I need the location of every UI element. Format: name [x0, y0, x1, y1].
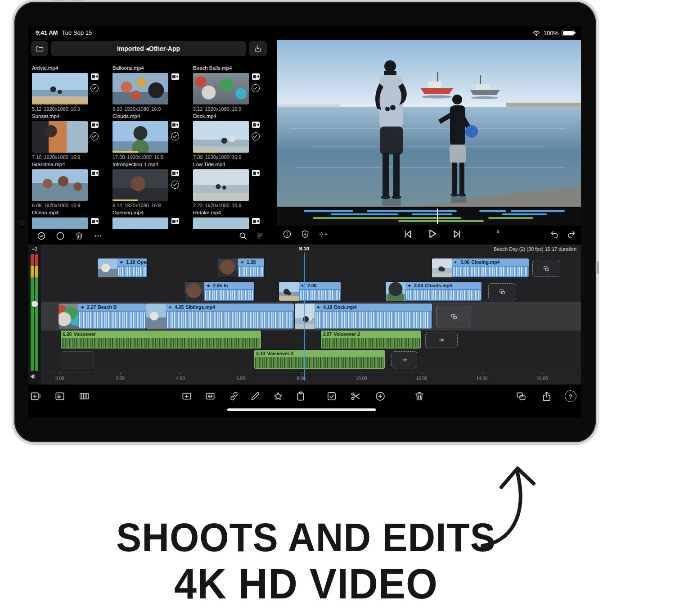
timeline-clip[interactable]: 2.00: [279, 282, 341, 301]
library-title[interactable]: Imported ◂Other-App: [51, 41, 246, 56]
edit-clip-button[interactable]: [249, 390, 261, 402]
plus-circle-icon: [374, 390, 386, 402]
library-clip[interactable]: Arrival.mp4 5.121920x108016:9: [32, 65, 110, 113]
search-icon: [238, 231, 248, 241]
clip-thumbnail: [432, 258, 452, 277]
volume-down-button[interactable]: [70, 0, 84, 0]
timeline-audio-clip[interactable]: 3.07Voiceover-2: [321, 331, 421, 349]
timeline-clip[interactable]: 4.19Dock.mp4: [295, 303, 432, 329]
library-clip[interactable]: Dock.mp4 7.091920x108016:9: [193, 113, 271, 162]
library-clip[interactable]: Beach Balls.mp4 3.121920x108016:9: [193, 65, 271, 113]
clip-info: 17.001920x108016:9: [112, 154, 191, 160]
home-indicator[interactable]: [227, 408, 376, 411]
wifi-icon: [532, 29, 540, 37]
video-preview[interactable]: [277, 40, 581, 207]
meter-bar-right: [35, 254, 38, 371]
record-circle-icon: [55, 231, 65, 241]
add-button[interactable]: [374, 390, 386, 402]
timeline-playhead[interactable]: [304, 253, 305, 380]
mute-speaker-button[interactable]: [29, 372, 37, 380]
audio-transition-placeholder[interactable]: [392, 351, 417, 368]
add-track-icon: [30, 390, 41, 402]
clip-info: 6.091920x108016:9: [32, 203, 110, 208]
clipboard-button[interactable]: [295, 390, 306, 402]
add-clip-to-timeline-button[interactable]: [30, 390, 41, 402]
transition-placeholder[interactable]: [436, 306, 471, 327]
clip-check-icon: [171, 181, 179, 189]
timeline-clip[interactable]: 3.06Closing.mp4: [432, 258, 529, 277]
multi-select-button[interactable]: [36, 231, 46, 241]
clip-thumbnail: [32, 169, 88, 201]
timeline-audio-clip[interactable]: 4.13Voiceover-3: [254, 350, 385, 369]
skip-back-icon: [402, 228, 414, 240]
scrubber-segment: [502, 213, 547, 215]
ruler-label: 4.00: [176, 376, 184, 381]
library-clip[interactable]: Sunset.mp4 7.101920x108016:9: [32, 113, 110, 162]
caption-line-1: SHOOTS AND EDITS: [32, 517, 580, 559]
volume-up-button[interactable]: [52, 0, 66, 0]
timeline-clip[interactable]: 1.19Open: [98, 258, 147, 277]
clip-thumbnail: [193, 73, 249, 104]
timeline-clip[interactable]: 4.25Siblings.mp4: [146, 303, 294, 329]
play-button[interactable]: [426, 227, 438, 240]
timeline-audio-clip[interactable]: 6.20Voiceover: [61, 331, 261, 349]
video-media-icon: [91, 73, 99, 80]
pencil-icon: [249, 390, 261, 402]
skip-forward-button[interactable]: [451, 228, 463, 240]
split-clip-button[interactable]: [350, 390, 361, 402]
scrubber-segment: [331, 213, 398, 215]
timeline-clip[interactable]: 1.28: [218, 258, 264, 277]
skip-forward-icon: [451, 228, 463, 240]
timeline-clip[interactable]: 2.05In: [184, 282, 254, 301]
speaker-icon: [29, 372, 37, 380]
more-options-button[interactable]: [93, 231, 103, 241]
skip-back-button[interactable]: [402, 228, 414, 240]
delete-button[interactable]: [414, 390, 425, 402]
overwrite-clip-button[interactable]: [204, 390, 216, 402]
audio-config-button[interactable]: [318, 229, 328, 239]
audio-placeholder[interactable]: [61, 351, 94, 368]
library-clip[interactable]: Ocean.mp4: [32, 210, 110, 229]
library-clip[interactable]: Grandma.mp4 6.091920x108016:9: [32, 162, 110, 210]
preview-scrubber[interactable]: [277, 208, 581, 226]
library-clip[interactable]: Introspection-1.mp4 6.141920x108016:9: [112, 162, 191, 210]
clip-thumbnail: [279, 282, 299, 301]
redo-button[interactable]: [567, 229, 576, 239]
library-clip[interactable]: Retake.mp4: [193, 210, 271, 229]
record-button[interactable]: [55, 231, 65, 241]
scrubber-playhead[interactable]: [437, 208, 438, 224]
timeline-zoom-button[interactable]: [78, 390, 90, 402]
timeline-clip[interactable]: 2.27Beach B: [58, 303, 146, 329]
add-marker-button[interactable]: [300, 229, 310, 239]
delete-clip-button[interactable]: [74, 231, 84, 241]
clip-info-button[interactable]: [282, 229, 292, 239]
clip-details-button[interactable]: [54, 390, 66, 402]
volume-slider-knob[interactable]: [32, 301, 38, 307]
library-clip[interactable]: Low Tide.mp4 2.221920x108016:9: [193, 162, 271, 210]
help-settings-button[interactable]: ?: [565, 390, 576, 402]
clip-thumbnail: [112, 217, 168, 229]
video-media-icon: [91, 122, 99, 128]
library-clip[interactable]: Balloons.mp4 9.201920x108016:9: [112, 65, 191, 113]
link-clips-button[interactable]: [228, 390, 240, 402]
scrubber-segment: [412, 213, 452, 215]
timeline-clip[interactable]: 3.04Clouds.mp4: [386, 282, 482, 301]
search-button[interactable]: [238, 231, 248, 241]
select-button[interactable]: [326, 390, 338, 402]
share-export-button[interactable]: [541, 390, 553, 402]
library-clip[interactable]: Opening.mp4: [112, 210, 191, 229]
library-clip[interactable]: Clouds.mp4 17.001920x108016:9: [112, 113, 191, 162]
transition-placeholder[interactable]: [488, 283, 516, 300]
audio-transition-placeholder[interactable]: [425, 332, 458, 348]
library-source-button[interactable]: [31, 41, 48, 56]
import-button[interactable]: [249, 41, 267, 56]
clip-thumbnail: [32, 121, 88, 153]
favorite-button[interactable]: [272, 390, 284, 402]
clip-thumbnail: [295, 303, 315, 329]
speaker-icon: [240, 260, 245, 265]
layout-button[interactable]: [515, 390, 527, 402]
undo-button[interactable]: [549, 229, 559, 239]
clip-filename: Arrival.mp4: [32, 65, 110, 72]
insert-clip-button[interactable]: [181, 390, 193, 402]
transition-placeholder[interactable]: [532, 260, 560, 277]
